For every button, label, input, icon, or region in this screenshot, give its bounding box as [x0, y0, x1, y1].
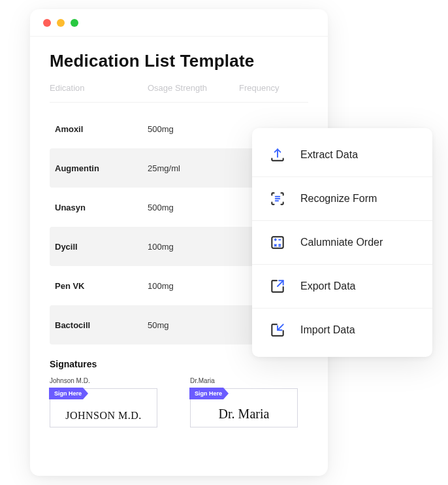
- cell-strength: 500mg: [148, 203, 239, 212]
- menu-item-label: Recognize Form: [300, 193, 377, 205]
- recognize-form-icon: [269, 190, 286, 207]
- menu-item-label: Export Data: [300, 280, 355, 292]
- signature-block: Johnson M.D. Sign Here JOHNSON M.D.: [50, 377, 157, 427]
- signature-label: Dr.Maria: [190, 377, 298, 384]
- signatures-section: Signatures Johnson M.D. Sign Here JOHNSO…: [50, 359, 308, 427]
- close-icon[interactable]: [43, 19, 51, 27]
- maximize-icon[interactable]: [71, 19, 78, 27]
- sign-here-tag: Sign Here: [49, 388, 88, 399]
- menu-item-label: Import Data: [300, 324, 355, 336]
- column-header-strength: Osage Strength: [148, 83, 239, 93]
- column-header-medication: Edication: [50, 83, 148, 93]
- sign-here-tag: Sign Here: [189, 388, 229, 399]
- cell-name: Dycill: [55, 242, 148, 252]
- menu-item-label: Extract Data: [300, 149, 358, 161]
- menu-item-label: Calumniate Order: [300, 237, 383, 248]
- menu-item-import-data[interactable]: Import Data: [252, 308, 432, 352]
- table-header: Edication Osage Strength Frequency: [50, 83, 308, 103]
- signature-value: JOHNSON M.D.: [65, 410, 142, 422]
- import-data-icon: [269, 322, 286, 339]
- cell-name: Pen VK: [55, 281, 148, 291]
- svg-rect-3: [272, 237, 283, 248]
- cell-strength: 50mg: [148, 320, 239, 330]
- export-data-icon: [269, 278, 286, 295]
- cell-name: Unasyn: [55, 203, 148, 212]
- page-title: Medication List Template: [50, 51, 308, 71]
- cell-strength: 100mg: [148, 281, 239, 291]
- cell-name: Bactocill: [55, 320, 148, 330]
- signatures-heading: Signatures: [50, 359, 308, 369]
- calculate-icon: [269, 234, 286, 251]
- cell-strength: 100mg: [148, 242, 239, 252]
- window-titlebar: [30, 9, 328, 37]
- menu-item-extract-data[interactable]: Extract Data: [252, 133, 432, 176]
- context-menu: Extract Data Recognize Form: [252, 128, 432, 357]
- signature-field[interactable]: Sign Here Dr. Maria: [190, 388, 298, 427]
- signature-field[interactable]: Sign Here JOHNSON M.D.: [50, 388, 157, 427]
- extract-data-icon: [269, 146, 286, 163]
- minimize-icon[interactable]: [57, 19, 65, 27]
- menu-item-calumniate-order[interactable]: Calumniate Order: [252, 220, 432, 264]
- column-header-frequency: Frequency: [239, 83, 308, 93]
- menu-item-export-data[interactable]: Export Data: [252, 264, 432, 308]
- cell-strength: 25mg/ml: [148, 163, 239, 173]
- cell-name: Amoxil: [55, 124, 148, 134]
- signature-block: Dr.Maria Sign Here Dr. Maria: [190, 377, 298, 427]
- signature-value: Dr. Maria: [219, 407, 270, 422]
- signature-label: Johnson M.D.: [50, 377, 157, 384]
- signatures-row: Johnson M.D. Sign Here JOHNSON M.D. Dr.M…: [50, 377, 308, 427]
- menu-item-recognize-form[interactable]: Recognize Form: [252, 176, 432, 220]
- cell-name: Augmentin: [55, 163, 148, 173]
- cell-strength: 500mg: [148, 124, 239, 134]
